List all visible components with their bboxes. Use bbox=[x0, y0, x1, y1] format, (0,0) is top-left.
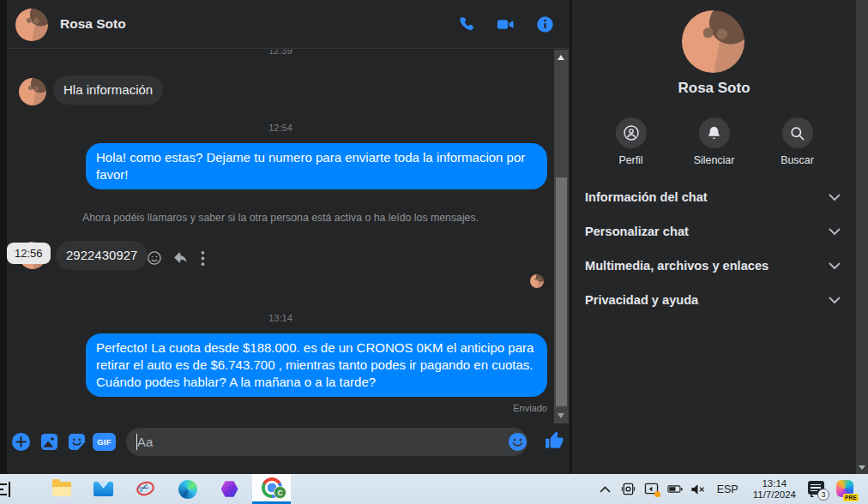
scrollbar-thumb[interactable] bbox=[556, 177, 567, 406]
timestamp: 13:14 bbox=[7, 313, 554, 323]
react-emoji-icon[interactable] bbox=[147, 250, 162, 269]
search-label: Buscar bbox=[781, 154, 814, 166]
chat-pane: Rosa Soto 12:39 Hla información 12:54 Ho… bbox=[7, 0, 570, 474]
taskbar-clock[interactable]: 13:14 11/7/2024 bbox=[750, 478, 799, 501]
profile-icon bbox=[616, 117, 647, 148]
contact-avatar[interactable] bbox=[15, 9, 48, 41]
pinned-app-icon[interactable] bbox=[0, 482, 13, 497]
keyboard-language[interactable]: ESP bbox=[714, 483, 742, 495]
chrome-active-app[interactable]: C bbox=[252, 474, 291, 504]
section-customize-chat[interactable]: Personalizar chat bbox=[572, 214, 856, 249]
copilot-icon[interactable]: PRE bbox=[835, 479, 856, 500]
tray-chevron-up-icon[interactable] bbox=[598, 482, 613, 497]
notifications-button[interactable]: 3 bbox=[807, 479, 828, 500]
profile-button[interactable]: Perfil bbox=[606, 117, 657, 166]
received-message[interactable]: Hla información bbox=[53, 75, 163, 105]
sent-message[interactable]: Perfecto! La cuota desde $188.000. es de… bbox=[86, 333, 547, 397]
quick-actions: Perfil Silenciar Buscar bbox=[572, 117, 856, 166]
date: 11/7/2024 bbox=[753, 489, 796, 501]
time: 13:14 bbox=[753, 478, 796, 489]
gif-icon[interactable]: GIF bbox=[93, 433, 116, 451]
timestamp: 12:39 bbox=[7, 50, 554, 56]
sent-message[interactable]: Hola! como estas? Dejame tu numero para … bbox=[86, 143, 547, 189]
profile-name: Rosa Soto bbox=[572, 80, 856, 97]
timestamp: 12:54 bbox=[7, 123, 554, 133]
conversation-info-icon[interactable] bbox=[536, 15, 554, 33]
copilot-preview-badge: PRE bbox=[843, 494, 859, 501]
taskbar-apps: ✂ C bbox=[0, 474, 291, 504]
section-media-files-links[interactable]: Multimedia, archivos y enlaces bbox=[572, 249, 856, 283]
photo-icon[interactable] bbox=[39, 432, 59, 455]
voice-call-icon[interactable] bbox=[457, 15, 475, 33]
profile-label: Perfil bbox=[618, 154, 642, 166]
window-scrollbar[interactable] bbox=[856, 0, 868, 474]
window-left-edge bbox=[0, 0, 7, 474]
scroll-down-arrow[interactable] bbox=[558, 413, 564, 418]
composer: GIF bbox=[7, 424, 570, 467]
sticker-icon[interactable] bbox=[67, 432, 87, 455]
system-tray: ESP 13:14 11/7/2024 3 PRE bbox=[598, 474, 856, 504]
chrome-profile-badge: C bbox=[274, 486, 286, 499]
edge-browser-icon[interactable] bbox=[178, 479, 198, 500]
reply-icon[interactable] bbox=[173, 251, 190, 269]
emoji-picker-icon[interactable] bbox=[508, 432, 527, 455]
section-chat-info[interactable]: Información del chat bbox=[572, 180, 856, 214]
tray-display-notification-icon[interactable] bbox=[644, 482, 660, 497]
windows-taskbar: ✂ C ESP 13:14 11/7/2024 3 PRE bbox=[0, 474, 868, 504]
notification-count-badge: 3 bbox=[817, 489, 829, 501]
tray-rotation-lock-icon[interactable] bbox=[621, 482, 636, 497]
attach-plus-icon[interactable] bbox=[11, 432, 31, 455]
snipping-tool-icon[interactable]: ✂ bbox=[136, 479, 156, 500]
thumbs-up-icon[interactable] bbox=[544, 430, 565, 455]
more-options-icon[interactable] bbox=[201, 250, 205, 270]
office-icon[interactable] bbox=[220, 479, 240, 500]
mail-icon[interactable] bbox=[93, 479, 114, 500]
text-cursor bbox=[136, 434, 137, 450]
mute-bell-icon bbox=[699, 117, 730, 148]
chevron-down-icon bbox=[829, 224, 841, 239]
file-explorer-icon[interactable] bbox=[51, 479, 72, 500]
chat-header: Rosa Soto bbox=[7, 0, 570, 49]
delivery-status: Enviado bbox=[513, 403, 547, 413]
video-call-icon[interactable] bbox=[496, 15, 515, 33]
notification-dot bbox=[654, 491, 660, 497]
message-time-tooltip: 12:56 bbox=[7, 243, 51, 264]
scroll-down-arrow[interactable] bbox=[859, 465, 865, 470]
message-actions bbox=[147, 247, 205, 273]
contact-name[interactable]: Rosa Soto bbox=[60, 16, 126, 32]
system-notice: Ahora podéis llamaros y saber si la otra… bbox=[7, 212, 554, 224]
chevron-down-icon bbox=[829, 258, 841, 273]
search-button[interactable]: Buscar bbox=[772, 117, 823, 166]
scroll-up-arrow[interactable] bbox=[558, 55, 564, 60]
section-privacy-help[interactable]: Privacidad y ayuda bbox=[572, 283, 856, 317]
volume-muted-icon[interactable] bbox=[690, 482, 706, 497]
message-input[interactable] bbox=[126, 428, 527, 456]
message-list[interactable]: 12:39 Hla información 12:54 Hola! como e… bbox=[7, 50, 554, 423]
detail-sections: Información del chat Personalizar chat M… bbox=[572, 180, 856, 317]
chevron-down-icon bbox=[829, 292, 841, 308]
battery-icon[interactable] bbox=[667, 482, 683, 497]
mute-label: Silenciar bbox=[694, 154, 735, 166]
chat-scrollbar[interactable] bbox=[554, 50, 569, 423]
chevron-down-icon bbox=[829, 189, 841, 205]
mute-button[interactable]: Silenciar bbox=[689, 117, 740, 166]
conversation-details-pane: Rosa Soto Perfil Silenciar Buscar Inform… bbox=[572, 0, 856, 474]
received-message[interactable]: 2922430927 bbox=[56, 241, 148, 270]
search-icon bbox=[782, 117, 813, 148]
profile-avatar[interactable] bbox=[682, 10, 744, 73]
seen-receipt-avatar bbox=[530, 274, 544, 288]
sender-avatar bbox=[19, 78, 46, 105]
